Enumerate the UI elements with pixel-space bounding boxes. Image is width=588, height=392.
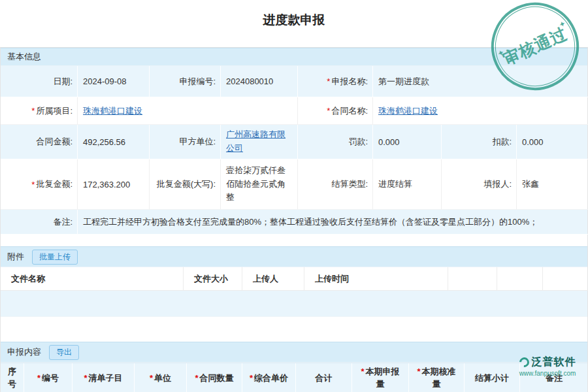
required-marker: * [417, 367, 420, 376]
approved-amount-label: * 批复金额: [1, 159, 78, 210]
party-a-label: 甲方单位: [150, 125, 221, 159]
contract-name-link[interactable]: 珠海鹤港口建设 [378, 105, 438, 117]
col-total: 合计 [296, 363, 352, 392]
filler-value: 张鑫 [517, 159, 588, 210]
required-marker: * [327, 76, 330, 86]
basic-info-table: 日期: 2024-09-08 申报编号: 2024080010 * 申报名称: … [1, 66, 587, 235]
section-declare-content-bar: 申报内容 导出 [1, 342, 587, 363]
col-extra [497, 267, 543, 291]
required-marker: * [37, 373, 41, 383]
section-attachments-bar: 附件 批量上传 [1, 246, 587, 267]
basic-info-row: 合同金额: 492,256.56 甲方单位: 广州高速路有限公司 罚款: 0.0… [1, 125, 587, 159]
required-marker: * [327, 106, 330, 116]
fanpu-logo-icon [517, 355, 531, 369]
star-icon: ✦ [557, 33, 564, 41]
contract-name-label: * 合同名称: [298, 97, 373, 125]
date-label: 日期: [1, 66, 78, 97]
progress-payment-declaration-page: 进度款申报 ✦ ✦ 审核通过 ✦ ✦ 基本信息 日期: 2024-09-08 申… [0, 0, 588, 392]
party-a-link[interactable]: 广州高速路有限公司 [226, 128, 292, 155]
watermark-url: www.fanpusoft.com [508, 370, 587, 377]
required-marker: * [195, 373, 198, 383]
col-extra [543, 267, 588, 291]
party-a-value: 广州高速路有限公司 [221, 125, 298, 159]
page-title: 进度款申报 [0, 0, 588, 29]
section-declare-content-title: 申报内容 [7, 346, 41, 358]
col-contract-qty: *合同数量 [187, 363, 242, 392]
date-value: 2024-09-08 [78, 66, 150, 97]
remark-value: 工程完工并经甲方初验合格支付至完成量的80%；整体工程通过验收后支付至结算价（含… [78, 210, 588, 235]
project-value: 珠海鹤港口建设 [78, 97, 298, 125]
deduction-value: 0.000 [517, 125, 588, 159]
required-marker: * [150, 373, 153, 383]
declare-no-label: 申报编号: [150, 66, 221, 97]
attachments-empty-row [1, 291, 587, 317]
col-code: *编号 [24, 363, 73, 392]
penalty-value: 0.000 [373, 125, 442, 159]
section-basic-info-title: 基本信息 [7, 51, 41, 63]
basic-info-row: * 批复金额: 172,363.200 批复金额(大写): 壹拾柒万贰仟叁佰陆拾… [1, 159, 587, 210]
declare-table-header: 序号 *编号 *清单子目 *单位 *合同数量 *综合单价 合计 *本期申报量 *… [1, 363, 587, 392]
deduction-label: 扣款: [442, 125, 517, 159]
col-unit-price: *综合单价 [242, 363, 296, 392]
col-unit: *单位 [135, 363, 187, 392]
required-marker: * [31, 106, 35, 116]
col-list-item: *清单子目 [73, 363, 135, 392]
col-extra [448, 267, 497, 291]
watermark-brand: 泛普软件 [532, 356, 576, 367]
contract-name-value: 珠海鹤港口建设 [373, 97, 588, 125]
required-marker: * [31, 180, 35, 189]
fanpu-watermark: 泛普软件 www.fanpusoft.com [508, 355, 587, 377]
basic-info-row: 日期: 2024-09-08 申报编号: 2024080010 * 申报名称: … [1, 66, 587, 97]
col-approved-qty: *本期核准量 [409, 363, 465, 392]
declare-name-value: 第一期进度款 [373, 66, 588, 97]
filler-label: 填报人: [442, 159, 517, 210]
settle-type-label: 结算类型: [298, 159, 373, 210]
col-file-size: 文件大小 [184, 267, 242, 291]
attachments-table-header: 文件名称 文件大小 上传人 上传时间 [1, 267, 587, 291]
col-uploader: 上传人 [242, 267, 304, 291]
section-basic-info-bar: 基本信息 [1, 48, 587, 66]
remark-label: 备注: [1, 210, 78, 235]
contract-amount-label: 合同金额: [1, 125, 78, 159]
declaration-form: 基本信息 日期: 2024-09-08 申报编号: 2024080010 * 申… [0, 47, 588, 392]
contract-amount-value: 492,256.56 [78, 125, 150, 159]
declare-name-label: * 申报名称: [298, 66, 373, 97]
required-marker: * [250, 373, 253, 383]
project-link[interactable]: 珠海鹤港口建设 [83, 105, 142, 117]
basic-info-row: 备注: 工程完工并经甲方初验合格支付至完成量的80%；整体工程通过验收后支付至结… [1, 210, 587, 235]
spacer [1, 235, 587, 246]
batch-upload-button[interactable]: 批量上传 [32, 250, 78, 265]
approved-amount-value: 172,363.200 [78, 159, 150, 210]
approved-amount-cn-label: 批复金额(大写): [150, 159, 221, 210]
penalty-label: 罚款: [298, 125, 373, 159]
approved-amount-cn-value: 壹拾柒万贰仟叁佰陆拾叁元贰角整 [221, 159, 298, 210]
required-marker: * [361, 367, 364, 376]
attachments-empty-row [1, 317, 587, 342]
col-declared-qty: *本期申报量 [352, 363, 409, 392]
declare-no-value: 2024080010 [221, 66, 298, 97]
section-attachments-title: 附件 [7, 251, 24, 263]
basic-info-row: * 所属项目: 珠海鹤港口建设 * 合同名称: 珠海鹤港口建设 [1, 97, 587, 125]
export-button[interactable]: 导出 [49, 345, 79, 360]
col-file-name: 文件名称 [1, 267, 184, 291]
col-serial: 序号 [1, 363, 24, 392]
col-upload-time: 上传时间 [304, 267, 448, 291]
required-marker: * [84, 373, 87, 383]
project-label: * 所属项目: [1, 97, 78, 125]
settle-type-value: 进度结算 [373, 159, 442, 210]
